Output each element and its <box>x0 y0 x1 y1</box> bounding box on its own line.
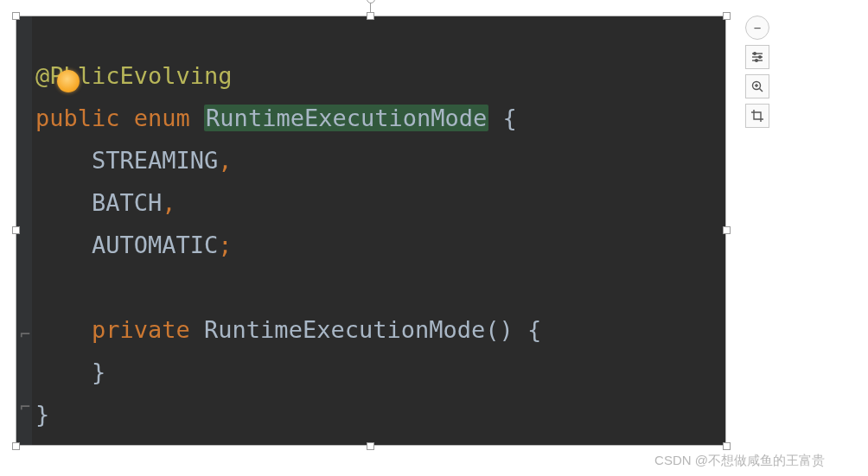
comma1: , <box>218 147 232 174</box>
ctor-paren: () <box>485 316 514 343</box>
kw-enum: enum <box>134 105 190 131</box>
resize-handle-tr[interactable] <box>723 12 731 20</box>
svg-point-3 <box>754 53 756 55</box>
zoom-icon <box>750 79 764 93</box>
resize-handle-bl[interactable] <box>12 442 20 450</box>
resize-handle-tm[interactable] <box>367 12 374 20</box>
annotation-post: blicEvolving <box>64 62 233 89</box>
class-brace-close: } <box>35 401 49 428</box>
svg-point-5 <box>756 60 758 62</box>
image-toolbar: − <box>745 16 771 128</box>
ctor-brace-open: { <box>527 316 541 343</box>
ctor-name: RuntimeExecutionMode <box>204 316 485 343</box>
fold-mark-bottom: ⌐ <box>20 397 30 417</box>
annotation-at: @ <box>35 62 49 89</box>
zoom-button[interactable] <box>745 74 769 98</box>
enum-automatic: AUTOMATIC <box>92 232 218 258</box>
sliders-icon <box>750 50 764 64</box>
settings-button[interactable] <box>745 45 769 69</box>
ctor-brace-close: } <box>92 359 105 385</box>
crop-icon <box>750 109 764 123</box>
semicolon: ; <box>218 232 232 258</box>
resize-handle-mr[interactable] <box>723 226 731 234</box>
svg-point-4 <box>759 56 762 59</box>
crop-button[interactable] <box>745 104 769 128</box>
fold-mark-top: ⌐ <box>20 324 30 345</box>
kw-public: public <box>35 105 120 131</box>
comma2: , <box>162 189 176 216</box>
code-content: @PblicEvolving public enum RuntimeExecut… <box>35 54 725 445</box>
svg-line-7 <box>760 89 763 92</box>
kw-private: private <box>92 316 190 343</box>
minus-icon: − <box>754 21 761 35</box>
lightbulb-icon[interactable] <box>57 70 80 92</box>
collapse-button[interactable]: − <box>745 16 769 40</box>
brace-open: { <box>502 105 516 131</box>
rotate-handle[interactable] <box>367 0 375 3</box>
resize-handle-bm[interactable] <box>367 442 374 450</box>
resize-handle-br[interactable] <box>723 442 731 450</box>
watermark-text: CSDN @不想做咸鱼的王富贵 <box>654 453 825 469</box>
resize-handle-tl[interactable] <box>12 12 20 20</box>
class-name: RuntimeExecutionMode <box>204 105 488 131</box>
enum-streaming: STREAMING <box>92 147 218 174</box>
resize-handle-ml[interactable] <box>12 226 20 234</box>
enum-batch: BATCH <box>92 189 162 216</box>
code-editor-frame: ⌐ ⌐ @PblicEvolving public enum RuntimeEx… <box>16 16 726 446</box>
